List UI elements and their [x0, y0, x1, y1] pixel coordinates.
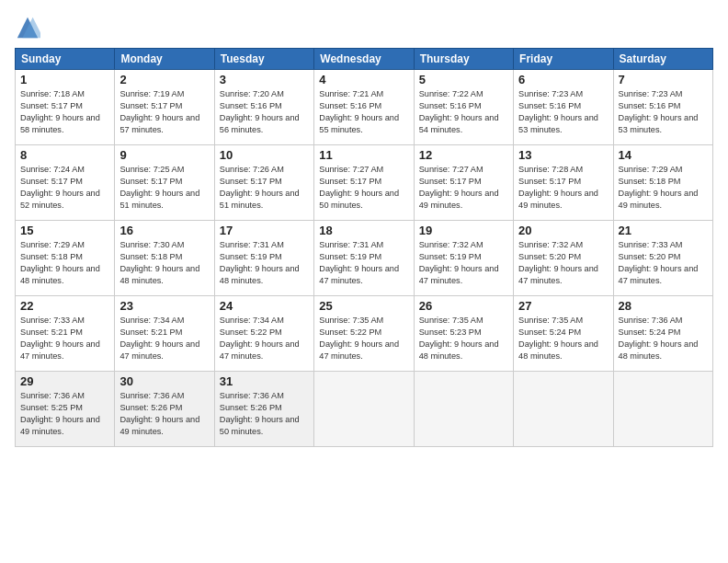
day-info: Sunrise: 7:32 AM Sunset: 5:20 PM Dayligh… — [518, 239, 608, 287]
day-info: Sunrise: 7:29 AM Sunset: 5:18 PM Dayligh… — [20, 239, 109, 287]
day-info: Sunrise: 7:33 AM Sunset: 5:21 PM Dayligh… — [20, 315, 109, 362]
day-info: Sunrise: 7:31 AM Sunset: 5:19 PM Dayligh… — [220, 239, 309, 287]
sunset-label: Sunset: 5:26 PM — [220, 403, 282, 412]
day-info: Sunrise: 7:25 AM Sunset: 5:17 PM Dayligh… — [119, 164, 209, 212]
day-number: 24 — [220, 299, 309, 313]
calendar-day-cell: 17 Sunrise: 7:31 AM Sunset: 5:19 PM Dayl… — [214, 221, 313, 296]
sunrise-label: Sunrise: 7:27 AM — [419, 165, 483, 174]
weekday-header: Sunday — [16, 49, 115, 70]
sunset-label: Sunset: 5:18 PM — [20, 252, 83, 261]
calendar-day-cell: 6 Sunrise: 7:23 AM Sunset: 5:16 PM Dayli… — [514, 70, 613, 145]
sunset-label: Sunset: 5:17 PM — [220, 177, 282, 186]
calendar-day-cell: 12 Sunrise: 7:27 AM Sunset: 5:17 PM Dayl… — [414, 145, 513, 221]
header — [15, 15, 713, 40]
logo-icon — [15, 15, 40, 40]
sunrise-label: Sunrise: 7:27 AM — [319, 165, 383, 174]
day-info: Sunrise: 7:22 AM Sunset: 5:16 PM Dayligh… — [419, 88, 508, 136]
sunrise-label: Sunrise: 7:32 AM — [518, 240, 583, 249]
daylight-label: Daylight: 9 hours and 49 minutes. — [119, 415, 199, 436]
day-info: Sunrise: 7:26 AM Sunset: 5:17 PM Dayligh… — [220, 164, 309, 212]
sunset-label: Sunset: 5:23 PM — [419, 327, 482, 337]
sunrise-label: Sunrise: 7:36 AM — [20, 391, 85, 400]
daylight-label: Daylight: 9 hours and 49 minutes. — [518, 189, 598, 210]
day-info: Sunrise: 7:29 AM Sunset: 5:18 PM Dayligh… — [619, 164, 708, 212]
sunset-label: Sunset: 5:26 PM — [119, 403, 182, 412]
calendar-day-cell — [414, 372, 513, 447]
day-info: Sunrise: 7:20 AM Sunset: 5:16 PM Dayligh… — [220, 88, 309, 136]
day-number: 14 — [619, 148, 708, 162]
page: SundayMondayTuesdayWednesdayThursdayFrid… — [0, 0, 728, 563]
daylight-label: Daylight: 9 hours and 49 minutes. — [20, 415, 100, 436]
calendar-week-row: 15 Sunrise: 7:29 AM Sunset: 5:18 PM Dayl… — [16, 221, 713, 296]
sunrise-label: Sunrise: 7:25 AM — [119, 165, 184, 174]
daylight-label: Daylight: 9 hours and 50 minutes. — [319, 189, 399, 210]
daylight-label: Daylight: 9 hours and 47 minutes. — [619, 264, 699, 285]
day-info: Sunrise: 7:33 AM Sunset: 5:20 PM Dayligh… — [619, 239, 708, 287]
sunrise-label: Sunrise: 7:31 AM — [220, 240, 284, 249]
calendar-day-cell: 13 Sunrise: 7:28 AM Sunset: 5:17 PM Dayl… — [514, 145, 613, 221]
day-info: Sunrise: 7:19 AM Sunset: 5:17 PM Dayligh… — [119, 88, 209, 136]
daylight-label: Daylight: 9 hours and 48 minutes. — [518, 339, 598, 361]
daylight-label: Daylight: 9 hours and 47 minutes. — [119, 339, 199, 361]
sunrise-label: Sunrise: 7:34 AM — [119, 316, 184, 325]
calendar-day-cell: 23 Sunrise: 7:34 AM Sunset: 5:21 PM Dayl… — [115, 296, 214, 372]
daylight-label: Daylight: 9 hours and 48 minutes. — [119, 264, 199, 285]
calendar-day-cell: 5 Sunrise: 7:22 AM Sunset: 5:16 PM Dayli… — [414, 70, 513, 145]
calendar-day-cell: 19 Sunrise: 7:32 AM Sunset: 5:19 PM Dayl… — [414, 221, 513, 296]
day-info: Sunrise: 7:32 AM Sunset: 5:19 PM Dayligh… — [419, 239, 508, 287]
day-number: 2 — [119, 73, 209, 86]
sunrise-label: Sunrise: 7:18 AM — [20, 89, 85, 98]
day-number: 12 — [419, 148, 508, 162]
calendar-week-row: 1 Sunrise: 7:18 AM Sunset: 5:17 PM Dayli… — [16, 70, 713, 145]
calendar-day-cell — [514, 372, 613, 447]
sunset-label: Sunset: 5:21 PM — [20, 327, 83, 337]
sunset-label: Sunset: 5:16 PM — [619, 101, 681, 110]
day-number: 26 — [419, 299, 508, 313]
day-info: Sunrise: 7:36 AM Sunset: 5:25 PM Dayligh… — [20, 390, 109, 438]
daylight-label: Daylight: 9 hours and 58 minutes. — [20, 113, 100, 134]
calendar-day-cell: 2 Sunrise: 7:19 AM Sunset: 5:17 PM Dayli… — [115, 70, 214, 145]
sunrise-label: Sunrise: 7:29 AM — [619, 165, 683, 174]
daylight-label: Daylight: 9 hours and 49 minutes. — [619, 189, 699, 210]
day-number: 31 — [220, 374, 309, 388]
sunrise-label: Sunrise: 7:33 AM — [20, 316, 85, 325]
sunrise-label: Sunrise: 7:21 AM — [319, 89, 383, 98]
weekday-header-row: SundayMondayTuesdayWednesdayThursdayFrid… — [16, 49, 713, 70]
calendar-day-cell: 15 Sunrise: 7:29 AM Sunset: 5:18 PM Dayl… — [16, 221, 115, 296]
day-info: Sunrise: 7:36 AM Sunset: 5:24 PM Dayligh… — [619, 315, 708, 362]
sunrise-label: Sunrise: 7:33 AM — [619, 240, 683, 249]
day-number: 1 — [20, 73, 109, 86]
calendar-day-cell: 20 Sunrise: 7:32 AM Sunset: 5:20 PM Dayl… — [514, 221, 613, 296]
calendar-day-cell: 14 Sunrise: 7:29 AM Sunset: 5:18 PM Dayl… — [613, 145, 712, 221]
calendar-day-cell: 1 Sunrise: 7:18 AM Sunset: 5:17 PM Dayli… — [16, 70, 115, 145]
calendar-day-cell: 10 Sunrise: 7:26 AM Sunset: 5:17 PM Dayl… — [214, 145, 313, 221]
daylight-label: Daylight: 9 hours and 48 minutes. — [20, 264, 100, 285]
day-number: 16 — [119, 224, 209, 237]
sunset-label: Sunset: 5:17 PM — [119, 177, 182, 186]
calendar-day-cell: 27 Sunrise: 7:35 AM Sunset: 5:24 PM Dayl… — [514, 296, 613, 372]
daylight-label: Daylight: 9 hours and 49 minutes. — [419, 189, 499, 210]
day-number: 4 — [319, 73, 408, 86]
logo — [15, 15, 44, 40]
day-info: Sunrise: 7:31 AM Sunset: 5:19 PM Dayligh… — [319, 239, 408, 287]
daylight-label: Daylight: 9 hours and 47 minutes. — [518, 264, 598, 285]
sunrise-label: Sunrise: 7:30 AM — [119, 240, 184, 249]
day-number: 19 — [419, 224, 508, 237]
day-info: Sunrise: 7:36 AM Sunset: 5:26 PM Dayligh… — [119, 390, 209, 438]
day-info: Sunrise: 7:23 AM Sunset: 5:16 PM Dayligh… — [619, 88, 708, 136]
sunset-label: Sunset: 5:20 PM — [619, 252, 681, 261]
sunrise-label: Sunrise: 7:35 AM — [518, 316, 583, 325]
sunset-label: Sunset: 5:16 PM — [518, 101, 581, 110]
daylight-label: Daylight: 9 hours and 48 minutes. — [220, 264, 300, 285]
sunset-label: Sunset: 5:19 PM — [319, 252, 381, 261]
sunset-label: Sunset: 5:24 PM — [518, 327, 581, 337]
daylight-label: Daylight: 9 hours and 51 minutes. — [119, 189, 199, 210]
daylight-label: Daylight: 9 hours and 47 minutes. — [220, 339, 300, 361]
sunrise-label: Sunrise: 7:20 AM — [220, 89, 284, 98]
day-number: 25 — [319, 299, 408, 313]
sunrise-label: Sunrise: 7:36 AM — [619, 316, 683, 325]
calendar-table: SundayMondayTuesdayWednesdayThursdayFrid… — [15, 48, 713, 447]
weekday-header: Saturday — [613, 49, 712, 70]
sunrise-label: Sunrise: 7:32 AM — [419, 240, 483, 249]
daylight-label: Daylight: 9 hours and 57 minutes. — [119, 113, 199, 134]
